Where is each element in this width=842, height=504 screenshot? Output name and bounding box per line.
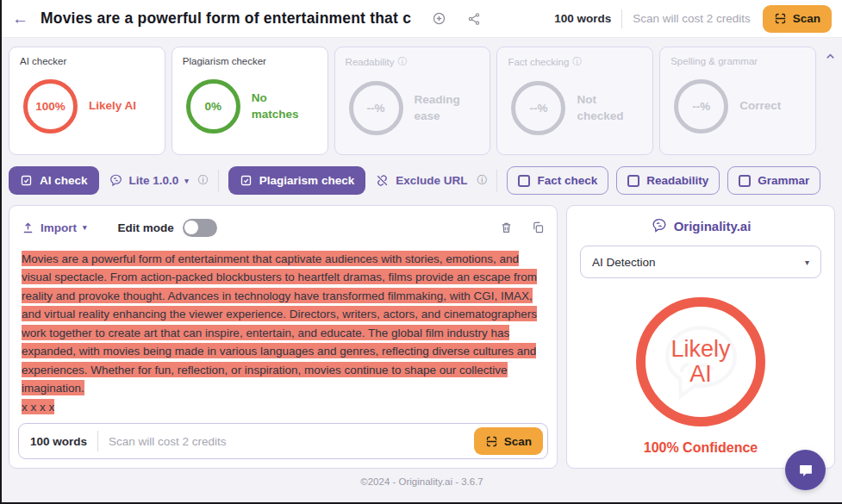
verdict-line-1: Likely xyxy=(670,337,730,362)
checkbox-empty-icon xyxy=(627,175,639,187)
ai-check-button[interactable]: AI check xyxy=(9,166,99,195)
highlighted-text: Movies are a powerful form of entertainm… xyxy=(22,251,537,396)
upload-icon xyxy=(22,221,34,234)
detection-mode-select[interactable]: AI Detection ▾ xyxy=(580,246,821,278)
card-label: AI checker xyxy=(20,56,154,66)
card-label: Fact checking ⓘ xyxy=(508,56,642,68)
chevron-up-icon[interactable] xyxy=(824,50,837,63)
divider xyxy=(621,9,622,28)
trash-icon[interactable] xyxy=(500,221,513,234)
chat-widget-button[interactable] xyxy=(785,450,826,490)
info-icon[interactable]: ⓘ xyxy=(198,173,209,188)
target-plus-icon[interactable] xyxy=(432,11,446,26)
caret-down-icon: ▾ xyxy=(184,177,189,185)
detection-mode-value: AI Detection xyxy=(592,256,656,269)
scorecards-row: AI checker 100% Likely AI Plagiarism che… xyxy=(9,47,816,155)
back-arrow-icon[interactable]: ← xyxy=(12,9,28,28)
readability-score-status: Reading ease xyxy=(415,92,480,123)
grammar-score-ring: --% xyxy=(674,79,728,134)
checkbox-empty-icon xyxy=(739,175,751,187)
fact-check-score-status: Not checked xyxy=(577,92,642,123)
header-cost-note: Scan will cost 2 credits xyxy=(633,12,751,25)
scorecard-readability: Readability ⓘ --% Reading ease xyxy=(334,47,491,155)
divider xyxy=(218,170,219,192)
brand-name: Originality.ai xyxy=(674,219,752,233)
editor-panel: Import ▾ Edit mode Movies are a powerful… xyxy=(9,205,558,469)
divider xyxy=(496,170,497,192)
divider xyxy=(97,431,98,451)
scan-controls: AI check Lite 1.0.0 ▾ ⓘ Plagiarism check… xyxy=(9,166,835,195)
plagiarism-score-ring: 0% xyxy=(186,79,240,134)
ai-score-ring: 100% xyxy=(23,79,78,134)
card-label: Plagiarism checker xyxy=(183,56,317,66)
app-version-footer: ©2024 - Originality.ai - 3.6.7 xyxy=(2,476,842,487)
toggle-knob xyxy=(184,221,198,234)
top-bar: ← Movies are a powerful form of entertai… xyxy=(2,0,842,38)
info-icon[interactable]: ⓘ xyxy=(477,173,487,188)
fact-check-score-ring: --% xyxy=(511,81,565,135)
editor-cost-note: Scan will cost 2 credits xyxy=(109,435,227,448)
grammar-toggle-button[interactable]: Grammar xyxy=(727,166,820,195)
document-title: Movies are a powerful form of entertainm… xyxy=(41,9,411,28)
verdict-line-2: AI xyxy=(689,362,712,387)
header-scan-button[interactable]: Scan xyxy=(763,5,832,33)
editor-scan-button[interactable]: Scan xyxy=(474,427,543,455)
caret-down-icon: ▾ xyxy=(83,223,87,232)
readability-toggle-button[interactable]: Readability xyxy=(616,166,720,195)
link-slash-icon xyxy=(375,173,390,188)
verdict-ring: Likely AI xyxy=(636,297,765,426)
brand-header: Originality.ai xyxy=(580,217,821,234)
brain-icon xyxy=(651,217,668,234)
edit-mode-control: Edit mode xyxy=(118,219,217,237)
share-icon[interactable] xyxy=(467,12,481,26)
scorecard-ai-checker: AI checker 100% Likely AI xyxy=(9,47,165,155)
editor-toolbar: Import ▾ Edit mode xyxy=(22,215,545,240)
scorecard-spelling-grammar: Spelling & grammar --% Correct xyxy=(659,47,816,155)
edit-mode-label: Edit mode xyxy=(118,221,174,234)
results-panel: Originality.ai AI Detection ▾ Likely AI … xyxy=(566,205,835,469)
editor-footer-bar: 100 words Scan will cost 2 credits Scan xyxy=(18,423,548,459)
brain-icon xyxy=(109,173,123,188)
exclude-url-control[interactable]: Exclude URL xyxy=(373,173,469,188)
checkbox-empty-icon xyxy=(518,175,530,187)
fact-check-toggle-button[interactable]: Fact check xyxy=(507,166,608,195)
scan-icon xyxy=(485,435,498,448)
checkbox-checked-icon xyxy=(20,174,33,187)
info-icon[interactable]: ⓘ xyxy=(572,56,582,68)
import-button[interactable]: Import ▾ xyxy=(22,221,87,234)
readability-score-ring: --% xyxy=(349,81,403,135)
header-word-count: 100 words xyxy=(554,12,611,25)
model-selector[interactable]: Lite 1.0.0 ▾ xyxy=(107,173,190,188)
editor-word-count: 100 words xyxy=(30,435,87,448)
plagiarism-score-status: No matches xyxy=(252,90,317,121)
caret-down-icon: ▾ xyxy=(805,258,809,267)
card-label: Readability ⓘ xyxy=(346,56,480,68)
chat-bubble-icon xyxy=(796,461,815,480)
info-icon[interactable]: ⓘ xyxy=(398,56,408,68)
scan-icon xyxy=(774,12,787,25)
main-area: Import ▾ Edit mode Movies are a powerful… xyxy=(9,205,835,469)
scorecard-fact-checking: Fact checking ⓘ --% Not checked xyxy=(496,47,653,155)
copy-icon[interactable] xyxy=(532,221,545,234)
scorecard-plagiarism: Plagiarism checker 0% No matches xyxy=(172,47,328,155)
edit-mode-toggle[interactable] xyxy=(183,219,217,237)
card-label: Spelling & grammar xyxy=(670,56,805,66)
checkbox-checked-icon xyxy=(240,174,253,187)
plagiarism-check-button[interactable]: Plagiarism check xyxy=(228,166,365,195)
scanned-text[interactable]: Movies are a powerful form of entertainm… xyxy=(22,249,545,416)
ai-score-status: Likely AI xyxy=(89,98,136,114)
highlighted-text-suffix: x x x x xyxy=(22,399,54,414)
grammar-score-status: Correct xyxy=(739,98,781,114)
